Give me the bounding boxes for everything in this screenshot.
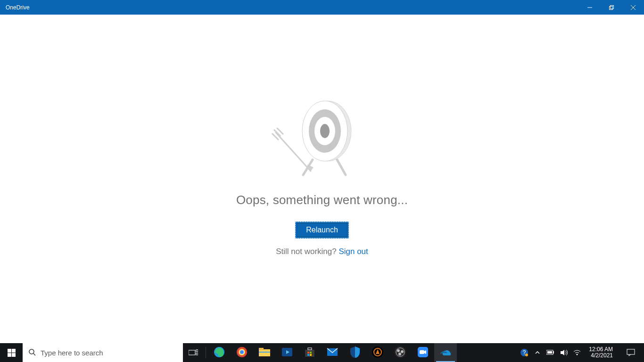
battery-icon [546, 350, 555, 355]
window-title: OneDrive [6, 4, 30, 11]
taskbar-app-mail[interactable] [321, 343, 344, 362]
task-view-icon [189, 349, 198, 356]
security-icon [350, 346, 360, 360]
start-button[interactable] [0, 343, 23, 362]
wifi-tray-icon[interactable] [573, 349, 581, 356]
close-icon [631, 5, 636, 10]
taskbar-app-file-explorer[interactable] [253, 343, 276, 362]
taskbar: Type here to search ? 12:06 AM 4/2/2021 [0, 343, 644, 362]
help-tray-icon[interactable]: ? [520, 348, 528, 357]
volume-tray-icon[interactable] [560, 349, 568, 356]
svg-rect-38 [307, 352, 309, 354]
svg-rect-19 [8, 353, 11, 357]
svg-rect-25 [196, 353, 198, 355]
obs-icon [394, 346, 406, 360]
taskbar-app-security[interactable] [344, 343, 366, 362]
taskbar-app-chrome[interactable] [231, 343, 253, 362]
error-illustration [251, 99, 393, 184]
svg-rect-23 [189, 350, 195, 355]
svg-rect-51 [420, 350, 424, 354]
taskbar-app-movies-tv[interactable] [276, 343, 298, 362]
svg-point-55 [525, 354, 528, 356]
onedrive-icon [439, 348, 452, 358]
svg-point-45 [395, 346, 406, 358]
svg-rect-57 [553, 351, 554, 354]
minimize-icon [587, 5, 592, 10]
maximize-button[interactable] [601, 0, 622, 15]
error-message: Oops, something went wrong... [236, 193, 408, 207]
svg-rect-20 [12, 353, 16, 357]
content-area: Oops, something went wrong... Relaunch S… [0, 15, 644, 343]
svg-rect-32 [259, 348, 264, 350]
action-center-button[interactable] [620, 349, 641, 356]
task-view-button[interactable] [183, 343, 204, 362]
taskbar-app-edge[interactable] [208, 343, 231, 362]
search-placeholder: Type here to search [41, 349, 103, 357]
microsoft-store-icon [304, 346, 316, 359]
taskbar-app-hunger-games[interactable] [366, 343, 389, 362]
svg-point-21 [29, 349, 34, 354]
system-tray: ? 12:06 AM 4/2/2021 [517, 343, 644, 362]
speaker-icon [560, 349, 568, 356]
chevron-up-icon [535, 350, 540, 355]
chrome-icon [236, 346, 248, 360]
svg-rect-61 [627, 349, 635, 354]
taskbar-app-zoom[interactable] [412, 343, 434, 362]
svg-rect-17 [8, 349, 11, 353]
svg-rect-40 [307, 354, 309, 356]
notification-icon [627, 349, 635, 356]
hunger-games-icon [372, 346, 384, 360]
svg-point-49 [398, 353, 401, 355]
sign-out-link[interactable]: Sign out [339, 247, 368, 256]
minimize-button[interactable] [579, 0, 601, 15]
relaunch-button[interactable]: Relaunch [295, 222, 349, 239]
close-button[interactable] [622, 0, 644, 15]
taskbar-clock[interactable]: 12:06 AM 4/2/2021 [586, 345, 616, 361]
svg-rect-39 [310, 352, 312, 354]
window-controls [579, 0, 644, 15]
svg-point-47 [397, 349, 400, 352]
pinned-apps [208, 343, 457, 362]
taskbar-app-onedrive[interactable] [434, 343, 457, 362]
taskbar-search[interactable]: Type here to search [23, 343, 183, 362]
taskbar-app-microsoft-store[interactable] [298, 343, 321, 362]
svg-rect-24 [196, 350, 198, 352]
maximize-icon [609, 5, 614, 10]
title-bar: OneDrive [0, 0, 644, 15]
svg-rect-18 [12, 349, 16, 353]
tray-overflow-button[interactable] [533, 350, 542, 355]
taskbar-divider [206, 347, 206, 358]
taskbar-app-obs[interactable] [389, 343, 412, 362]
svg-rect-2 [611, 5, 614, 8]
svg-rect-1 [610, 6, 613, 9]
arrow-icon [270, 128, 322, 180]
still-not-working-text: Still not working? [276, 247, 339, 256]
svg-line-12 [276, 132, 311, 171]
svg-rect-33 [259, 352, 270, 353]
movies-tv-icon [281, 347, 293, 359]
search-icon [28, 348, 36, 357]
zoom-icon [417, 346, 429, 360]
battery-tray-icon[interactable] [546, 350, 555, 355]
svg-point-48 [401, 350, 404, 353]
file-explorer-icon [258, 347, 271, 359]
svg-marker-59 [561, 350, 564, 355]
mail-icon [326, 347, 339, 358]
wifi-icon [573, 349, 581, 356]
clock-date: 4/2/2021 [589, 353, 613, 359]
svg-line-22 [33, 354, 35, 355]
svg-rect-37 [308, 348, 312, 350]
still-not-working-line: Still not working? Sign out [276, 247, 368, 256]
windows-icon [8, 349, 16, 357]
svg-rect-31 [259, 349, 270, 356]
svg-point-60 [577, 354, 578, 355]
svg-line-11 [337, 160, 346, 175]
svg-rect-41 [310, 354, 312, 356]
svg-rect-58 [547, 351, 552, 354]
edge-icon [213, 346, 225, 360]
